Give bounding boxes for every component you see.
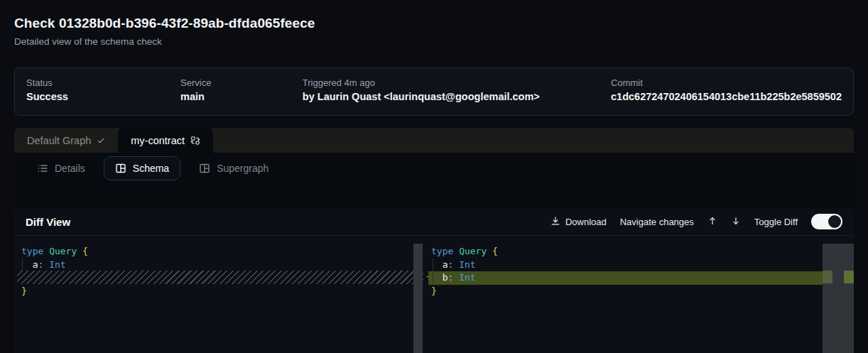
- commit-value: c1dc62724702406154013cbe11b225b2e5859502: [611, 91, 842, 102]
- service-label: Service: [180, 77, 303, 88]
- page-header: Check 01328b0d-b396-43f2-89ab-dfda065fee…: [14, 16, 315, 47]
- tab-schema-label: Schema: [133, 163, 169, 174]
- tab-default-graph[interactable]: Default Graph: [14, 128, 118, 153]
- status-label: Status: [26, 77, 180, 88]
- added-line-overview-marker: [844, 271, 854, 283]
- service-value: main: [180, 91, 303, 102]
- arrow-down-icon: [731, 216, 741, 228]
- contract-compare-icon: [190, 136, 200, 146]
- navigate-changes-label: Navigate changes: [620, 217, 694, 227]
- schema-check-page: Check 01328b0d-b396-43f2-89ab-dfda065fee…: [0, 0, 868, 353]
- download-button[interactable]: Download: [550, 216, 607, 228]
- tab-supergraph[interactable]: Supergraph: [188, 156, 280, 180]
- summary-status: Status Success: [26, 77, 180, 115]
- download-label: Download: [565, 217, 607, 227]
- status-value: Success: [26, 91, 180, 102]
- page-subtitle: Detailed view of the schema check: [14, 36, 315, 47]
- summary-triggered: Triggered 4m ago by Laurin Quast <laurin…: [303, 77, 611, 115]
- tab-details[interactable]: Details: [26, 156, 97, 180]
- panel-body: Details Schema: [14, 153, 854, 353]
- toggle-diff-label: Toggle Diff: [754, 217, 798, 227]
- view-tab-bar: Details Schema: [14, 153, 854, 183]
- list-icon: [37, 163, 48, 174]
- added-line-scroll-tint: [823, 271, 832, 283]
- tab-details-label: Details: [55, 163, 85, 174]
- tab-supergraph-label: Supergraph: [217, 163, 268, 174]
- toggle-knob: [828, 215, 841, 228]
- right-pane-scrollbar[interactable]: [823, 244, 854, 353]
- check-icon: [97, 136, 105, 145]
- columns-layout-icon: [115, 163, 126, 174]
- diff-pane-after[interactable]: type Query { a: Int b: Int}: [428, 237, 823, 353]
- diff-view-title: Diff View: [26, 216, 70, 228]
- check-summary-card: Status Success Service main Triggered 4m…: [14, 67, 854, 116]
- main-panel: Default Graph my-contract: [14, 128, 854, 353]
- columns-layout-icon: [199, 163, 210, 174]
- arrow-up-icon: [707, 216, 717, 228]
- tab-schema[interactable]: Schema: [104, 156, 180, 180]
- toggle-diff-switch[interactable]: [811, 214, 842, 229]
- graph-tab-strip: Default Graph my-contract: [14, 128, 854, 153]
- left-pane-scrollbar[interactable]: [413, 244, 423, 353]
- next-change-button[interactable]: [731, 216, 741, 227]
- page-title: Check 01328b0d-b396-43f2-89ab-dfda065fee…: [14, 16, 315, 31]
- tab-default-graph-label: Default Graph: [27, 135, 91, 146]
- triggered-value: by Laurin Quast <laurinquast@googlemail.…: [303, 91, 611, 102]
- diff-pane-before[interactable]: type Query { a: Int}: [14, 237, 423, 353]
- commit-label: Commit: [611, 77, 842, 88]
- tab-my-contract[interactable]: my-contract: [118, 128, 213, 153]
- schema-diff-editor: type Query { a: Int} + type Query { a: I…: [14, 237, 854, 353]
- triggered-label: Triggered 4m ago: [303, 77, 611, 88]
- diff-controls: Download Navigate changes: [550, 214, 842, 229]
- download-icon: [550, 216, 560, 228]
- tab-my-contract-label: my-contract: [131, 135, 185, 146]
- diff-header: Diff View Download Navigate changes: [14, 208, 854, 236]
- diff-section: Diff View Download Navigate changes: [14, 208, 854, 353]
- diff-removed-placeholder-hatch: [17, 271, 423, 284]
- previous-change-button[interactable]: [707, 216, 717, 227]
- summary-service: Service main: [180, 77, 303, 115]
- summary-commit: Commit c1dc62724702406154013cbe11b225b2e…: [611, 77, 842, 115]
